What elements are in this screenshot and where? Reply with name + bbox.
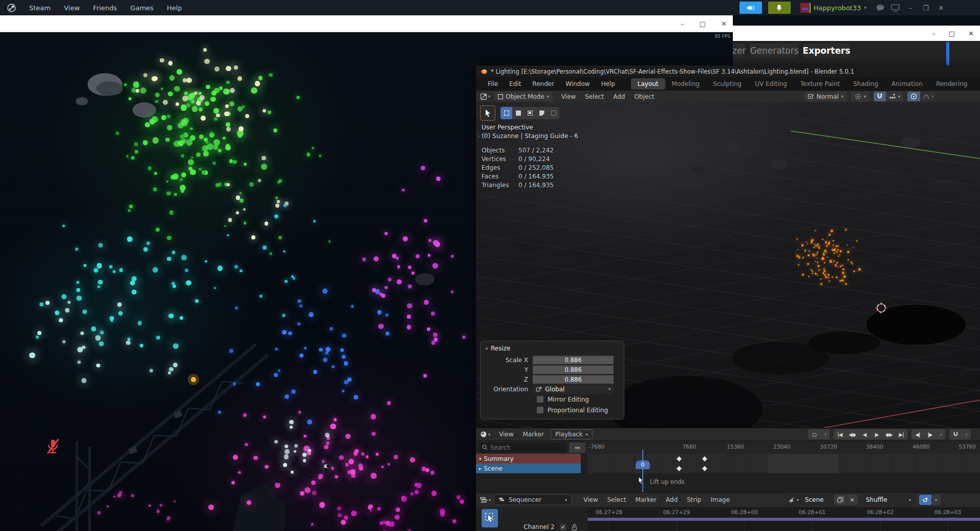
checkbox[interactable] — [537, 407, 543, 413]
workspace-tab[interactable]: Rendering — [929, 78, 974, 90]
editor-type-button[interactable]: ▾ — [480, 431, 490, 438]
transport-button[interactable]: ◀ — [858, 429, 870, 439]
falloff-dropdown[interactable]: ▾ — [920, 92, 937, 101]
frame-ruler[interactable]: -76807680153602304030720384004608053760 — [587, 441, 980, 454]
viewport-menu-item[interactable]: Add — [608, 92, 629, 102]
marker-label[interactable]: Lift up ends — [650, 478, 685, 485]
notifications-button[interactable] — [768, 2, 791, 14]
close-icon[interactable]: ✕ — [968, 30, 974, 37]
maximize-icon[interactable]: □ — [700, 20, 706, 28]
sync-toggle[interactable]: ↺ — [919, 495, 931, 505]
select-invert-button[interactable] — [536, 107, 548, 119]
close-icon[interactable]: ✕ — [721, 20, 727, 28]
viewport-menu-item[interactable]: Select — [580, 92, 608, 102]
expand-icon[interactable]: ▾ — [479, 456, 482, 461]
main-menu-item[interactable]: Help — [596, 79, 619, 89]
main-menu-item[interactable]: Render — [528, 79, 559, 89]
snap-dropdown[interactable]: ▾ — [962, 429, 971, 439]
editor-type-button[interactable]: ▾ — [480, 497, 491, 503]
select-subtract-button[interactable] — [524, 107, 536, 119]
expand-icon[interactable]: ▸ — [479, 466, 482, 471]
steam-user-menu[interactable]: Happyrobot33 ▾ — [797, 2, 869, 14]
sequencer-view-dropdown[interactable]: Sequencer ▾ — [494, 495, 572, 505]
snap-toggle[interactable] — [874, 92, 886, 101]
viewport-3d[interactable]: User Perspective › (0) Suzanne | Staging… — [476, 102, 980, 428]
sequencer-menu-item[interactable]: Marker — [631, 495, 661, 505]
main-menu-item[interactable]: Edit — [505, 79, 526, 89]
channel-search[interactable] — [479, 442, 567, 453]
step-forward-button[interactable]: |▶ — [924, 429, 936, 439]
active-tool-select-button[interactable] — [480, 105, 495, 121]
sequencer-body[interactable]: 06:27+2806:27+2906:28+0006:28+0106:28+02… — [476, 507, 980, 531]
proportional-editing-toggle[interactable] — [907, 92, 920, 101]
channel-row[interactable]: Channel 2 ✓ — [524, 523, 577, 530]
exporters-tab[interactable]: Generators — [749, 42, 799, 58]
sequencer-menu-item[interactable]: Image — [706, 495, 734, 505]
minimize-icon[interactable]: – — [932, 30, 935, 37]
minimize-icon[interactable]: – — [681, 20, 684, 28]
transport-button[interactable]: ◀◆ — [846, 429, 858, 439]
step-back-button[interactable]: ◀| — [911, 429, 924, 439]
sequencer-menu-item[interactable]: Strip — [682, 495, 706, 505]
sequencer-select-tool-button[interactable] — [482, 509, 498, 527]
viewport-menu-item[interactable]: View — [557, 92, 580, 102]
scale-value-field[interactable]: 0.886 — [533, 356, 614, 364]
close-icon[interactable]: ✕ — [937, 4, 946, 12]
scale-value-field[interactable]: 0.886 — [533, 375, 614, 384]
scene-name[interactable]: Scene — [802, 495, 834, 505]
filter-button[interactable]: ↔ — [569, 442, 585, 453]
frame-step-dropdown[interactable]: ▾ — [936, 429, 945, 439]
big-picture-button[interactable] — [891, 4, 900, 12]
sequencer-menu-item[interactable]: View — [579, 495, 602, 505]
workspace-tab[interactable]: Layout — [631, 78, 665, 90]
steam-menu-item[interactable]: Friends — [93, 4, 117, 12]
timeline-snap-toggle[interactable] — [949, 429, 962, 439]
friends-chat-button[interactable] — [876, 4, 885, 12]
main-menu-item[interactable]: Window — [561, 79, 594, 89]
overlay-dropdown[interactable]: ▾ — [931, 495, 941, 505]
pivot-point-dropdown[interactable]: ▾ — [851, 92, 869, 101]
steam-menu-item[interactable]: Steam — [29, 4, 51, 12]
mode-dropdown[interactable]: Object Mode ▾ — [494, 92, 553, 101]
announcements-button[interactable] — [739, 2, 762, 14]
transform-orientation-dropdown[interactable]: Normal ▾ — [804, 92, 847, 101]
playhead-line[interactable] — [642, 450, 643, 493]
current-frame-indicator[interactable]: 0 — [636, 460, 650, 469]
auto-keying-dropdown[interactable]: ▾ — [820, 429, 830, 439]
workspace-tab[interactable]: Texture Paint — [794, 78, 846, 90]
channel-row[interactable]: ▾ Summary — [476, 454, 581, 463]
workspace-tab[interactable]: UV Editing — [748, 78, 794, 90]
scale-value-field[interactable]: 0.886 — [533, 365, 614, 374]
sequencer-menu-item[interactable]: Select — [603, 495, 631, 505]
transport-button[interactable]: |◀ — [834, 429, 846, 439]
workspace-tab[interactable]: Animation — [885, 78, 929, 90]
snap-target-dropdown[interactable]: ▾ — [886, 92, 903, 101]
transport-button[interactable]: ◆▶ — [883, 429, 895, 439]
scene-type-dropdown[interactable]: ▾ — [786, 495, 802, 505]
playback-menu[interactable]: Playback ▾ — [551, 429, 593, 439]
blend-mode-dropdown[interactable]: Shuffle ▾ — [862, 495, 915, 505]
steam-menu-item[interactable]: Games — [130, 4, 154, 12]
vrchat-titlebar[interactable]: – □ ✕ — [0, 15, 733, 32]
maximize-icon[interactable]: □ — [949, 30, 955, 37]
exporters-tab[interactable]: Exporters — [802, 42, 851, 58]
minimize-icon[interactable]: – — [906, 4, 915, 12]
transport-button[interactable]: ▶| — [895, 429, 907, 439]
steam-menu-item[interactable]: View — [64, 4, 80, 12]
sequencer-menu-item[interactable]: Add — [661, 495, 682, 505]
workspace-tab[interactable]: Compositing — [974, 78, 980, 90]
workspace-tab[interactable]: Sculpting — [706, 78, 748, 90]
channel-visibility-checkbox[interactable]: ✓ — [560, 524, 567, 530]
main-menu-item[interactable]: File — [483, 79, 503, 89]
editor-type-button[interactable]: ▾ — [480, 93, 490, 100]
checkbox[interactable] — [537, 396, 543, 403]
steam-menu-item[interactable]: Help — [167, 4, 182, 12]
exporters-tab[interactable]: zer — [732, 42, 746, 58]
workspace-tab[interactable]: Shading — [846, 78, 885, 90]
unlink-button[interactable]: ✕ — [846, 495, 858, 505]
auto-keying-toggle[interactable]: ○ — [808, 429, 820, 439]
time-ruler[interactable]: 06:27+2806:27+2906:28+0006:28+0106:28+02… — [587, 507, 980, 517]
orientation-dropdown[interactable]: Global ▾ — [533, 385, 614, 394]
restore-icon[interactable]: ❐ — [921, 4, 930, 12]
lock-open-icon[interactable] — [572, 524, 577, 530]
